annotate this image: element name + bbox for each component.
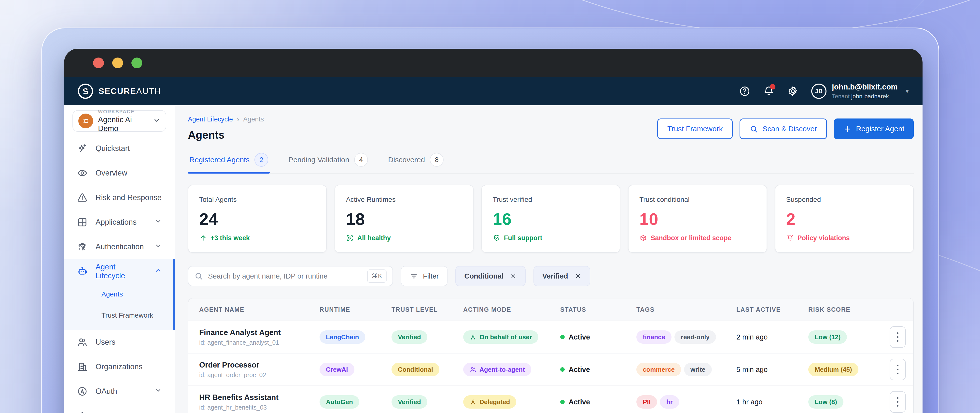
sidebar-item-applications[interactable]: Applications (64, 210, 175, 234)
register-agent-button[interactable]: Register Agent (834, 118, 914, 139)
last-active: 5 min ago (737, 365, 808, 374)
chevron-up-icon (154, 267, 162, 276)
column-header-agent-name: AGENT NAME (199, 306, 320, 313)
search-icon (749, 124, 758, 133)
nib-icon (77, 411, 88, 413)
tab-count-badge: 2 (255, 153, 268, 167)
stat-card-label: Trust conditional (640, 196, 756, 204)
stat-card-label: Total Agents (199, 196, 315, 204)
tag-badge: write (684, 363, 712, 376)
sidebar-item-label: Risk and Response (95, 193, 162, 202)
stat-card-label: Active Runtimes (346, 196, 462, 204)
sidebar-item-authentication[interactable]: Authentication (64, 234, 175, 259)
tab-label: Registered Agents (189, 156, 250, 164)
filter-chip-verified[interactable]: Verified (533, 266, 590, 286)
scan-heart-icon (346, 234, 354, 242)
sidebar-item-organizations[interactable]: Organizations (64, 354, 175, 379)
help-icon[interactable] (739, 86, 750, 97)
tab-discovered[interactable]: Discovered8 (387, 150, 445, 173)
scan-discover-button[interactable]: Scan & Discover (740, 118, 827, 139)
acting-mode-badge: Delegated (463, 395, 516, 408)
status-badge: Active (560, 365, 636, 374)
shield-check-icon (493, 234, 501, 242)
close-icon[interactable] (574, 273, 581, 279)
tag-badge: commerce (636, 363, 681, 376)
sidebar-item-risk-and-response[interactable]: Risk and Response (64, 185, 175, 210)
trust-level-badge: Verified (391, 395, 427, 408)
close-window-button[interactable] (93, 57, 104, 69)
arrow-up-icon (199, 234, 207, 242)
page-title: Agents (188, 129, 264, 141)
table-row[interactable]: Finance Analyst Agentid: agent_finance_a… (188, 321, 913, 354)
desktop-background: S SECUREAUTH JB (0, 0, 980, 413)
tag-badge: hr (660, 395, 679, 408)
sidebar-item-label: Quickstart (95, 144, 130, 153)
tab-bar: Registered Agents2Pending Validation4Dis… (188, 150, 914, 174)
search-box: ⌘K (188, 266, 393, 286)
search-input[interactable] (208, 272, 362, 280)
search-icon (194, 272, 203, 281)
row-actions-kebab-button[interactable] (889, 359, 906, 380)
column-header-risk-score: RISK SCORE (808, 306, 889, 313)
table-row[interactable]: Order Processorid: agent_order_proc_02Cr… (188, 354, 913, 386)
stat-card-label: Suspended (786, 196, 902, 204)
stat-card-trust-verified: Trust verified16Full support (481, 185, 620, 253)
stat-card-subtext: All healthy (346, 234, 462, 242)
tab-pending-validation[interactable]: Pending Validation4 (287, 150, 369, 173)
sidebar-item-overview[interactable]: Overview (64, 161, 175, 185)
minimize-window-button[interactable] (112, 57, 123, 69)
filter-chip-label: Verified (542, 272, 568, 280)
workspace-switcher[interactable]: WORKSPACE Agentic Ai Demo (72, 110, 166, 132)
account-menu[interactable]: JB john.b@blixit.com Tenant john-badnare… (811, 82, 909, 100)
row-actions-kebab-button[interactable] (889, 391, 906, 413)
agents-table: AGENT NAMERUNTIMETRUST LEVELACTING MODES… (188, 298, 914, 413)
status-badge: Active (560, 333, 636, 341)
filter-chip-conditional[interactable]: Conditional (455, 266, 525, 286)
close-icon[interactable] (510, 273, 517, 279)
tab-count-badge: 4 (354, 153, 368, 167)
column-header-last-active: LAST ACTIVE (737, 306, 808, 313)
table-row[interactable]: HR Benefits Assistantid: agent_hr_benefi… (188, 386, 913, 413)
column-header-trust-level: TRUST LEVEL (391, 306, 463, 313)
risk-score-badge: Low (8) (808, 395, 843, 408)
filter-button[interactable]: Filter (401, 266, 447, 286)
sidebar-subitem-agents[interactable]: Agents (64, 284, 175, 305)
sidebar-item-oauth[interactable]: OAuth (64, 379, 175, 403)
agent-id: id: agent_hr_benefits_03 (199, 404, 320, 411)
row-actions-kebab-button[interactable] (889, 326, 906, 348)
status-badge: Active (560, 398, 636, 406)
breadcrumb-parent-link[interactable]: Agent Lifecycle (188, 116, 233, 123)
tag-badge: read-only (675, 330, 716, 344)
building-icon (77, 361, 88, 372)
chevron-down-icon: ▾ (905, 87, 909, 95)
tab-label: Discovered (388, 156, 425, 164)
sidebar-item-quickstart[interactable]: Quickstart (64, 136, 175, 161)
warning-triangle-icon (77, 192, 88, 203)
sidebar-subitem-trust-framework[interactable]: Trust Framework (64, 305, 175, 326)
status-dot (560, 367, 565, 372)
sidebar-item-users[interactable]: Users (64, 330, 175, 354)
table-header-row: AGENT NAMERUNTIMETRUST LEVELACTING MODES… (188, 298, 913, 321)
chevron-down-icon (154, 387, 162, 396)
stat-card-trust-conditional: Trust conditional10Sandbox or limited sc… (628, 185, 767, 253)
column-header-status: STATUS (560, 306, 636, 313)
tab-registered-agents[interactable]: Registered Agents2 (188, 150, 270, 173)
keyboard-shortcut-badge: ⌘K (367, 269, 387, 283)
sidebar-item-label: Agent Lifecycle (95, 263, 146, 280)
sidebar-item-agent-lifecycle[interactable]: Agent Lifecycle (64, 259, 175, 284)
notification-badge (770, 84, 775, 89)
gear-icon[interactable] (787, 86, 799, 97)
notifications-bell-icon[interactable] (763, 86, 775, 97)
sidebar-item-partial[interactable] (64, 403, 175, 413)
plus-icon (843, 124, 851, 133)
trust-framework-button[interactable]: Trust Framework (657, 118, 733, 139)
table-body: Finance Analyst Agentid: agent_finance_a… (188, 321, 913, 413)
acting-mode-badge: On behalf of user (463, 330, 538, 344)
tab-label: Pending Validation (288, 156, 349, 164)
account-tenant: Tenant john-badnarek (832, 93, 898, 100)
tab-count-badge: 8 (430, 153, 444, 167)
tag-badge: PII (636, 395, 657, 408)
agent-name: Order Processor (199, 360, 320, 370)
brand-logo[interactable]: S SECUREAUTH (78, 84, 161, 99)
zoom-window-button[interactable] (131, 57, 142, 69)
